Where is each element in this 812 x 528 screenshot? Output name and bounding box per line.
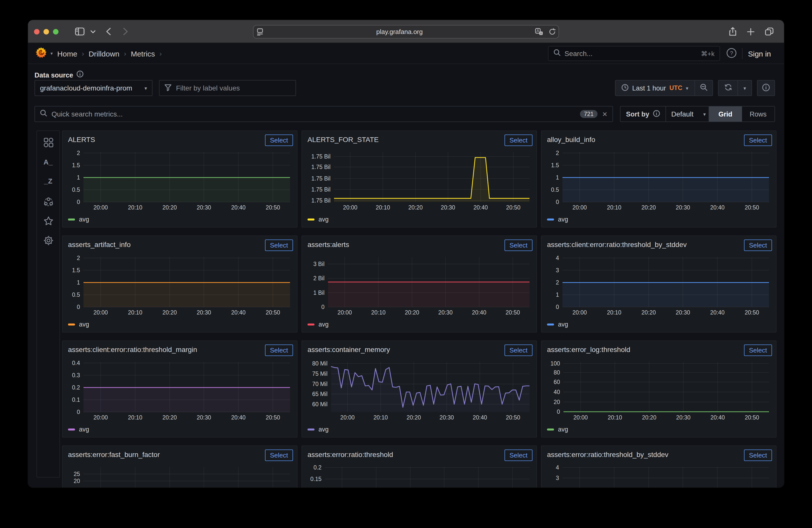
legend-swatch bbox=[307, 323, 315, 325]
refresh-button[interactable] bbox=[718, 80, 738, 96]
svg-text:20:10: 20:10 bbox=[371, 309, 386, 316]
metric-panel: asserts:error:ratio:threshold_by_stddev … bbox=[541, 445, 777, 487]
chart-legend[interactable]: avg bbox=[68, 216, 89, 223]
refresh-interval-button[interactable]: ▾ bbox=[738, 80, 752, 96]
metric-chart[interactable]: 20:0020:1020:2020:3020:4020:501008060402… bbox=[546, 359, 773, 421]
metric-chart[interactable]: 20:0020:1020:2020:3020:4020:500.20.15 bbox=[306, 464, 534, 487]
label-filter-field[interactable] bbox=[159, 80, 296, 96]
org-chevron-icon[interactable]: ▾ bbox=[50, 51, 53, 56]
reader-mode-icon[interactable] bbox=[253, 28, 266, 35]
chart-legend[interactable]: avg bbox=[307, 426, 329, 433]
breadcrumb-home[interactable]: Home bbox=[57, 49, 77, 58]
address-bar[interactable]: play.grafana.org Ax bbox=[253, 25, 559, 39]
metric-chart[interactable]: 20:0020:1020:2020:3020:4020:5043 bbox=[546, 464, 773, 487]
sort-az-icon[interactable]: A_ bbox=[37, 158, 59, 166]
metric-chart[interactable]: 20:0020:1020:2020:3020:4020:5080 Mil75 M… bbox=[306, 359, 534, 421]
select-button[interactable]: Select bbox=[505, 239, 533, 251]
share-icon[interactable] bbox=[726, 26, 739, 37]
quick-search-box[interactable]: 721 ✕ bbox=[34, 106, 613, 122]
sidebar-chevron-icon[interactable] bbox=[87, 26, 99, 37]
quick-search-input[interactable] bbox=[52, 110, 576, 118]
metric-chart[interactable]: 20:0020:1020:2020:3020:4020:5043210 bbox=[546, 254, 773, 316]
legend-swatch bbox=[547, 219, 554, 220]
chart-legend[interactable]: avg bbox=[68, 426, 89, 433]
svg-text:20:50: 20:50 bbox=[266, 309, 280, 316]
svg-text:1: 1 bbox=[556, 174, 559, 181]
info-icon bbox=[762, 83, 770, 93]
svg-text:20:40: 20:40 bbox=[710, 414, 725, 421]
zoom-out-button[interactable] bbox=[695, 80, 713, 96]
sort-za-icon[interactable]: _Z bbox=[37, 177, 59, 185]
metric-chart[interactable]: 20:0020:1020:2020:3020:4020:502520 bbox=[67, 464, 294, 487]
select-button[interactable]: Select bbox=[744, 239, 772, 251]
select-button[interactable]: Select bbox=[505, 450, 533, 461]
sidebar-toggle-icon[interactable] bbox=[73, 26, 86, 37]
panel-title: asserts:error:ratio:threshold_by_stddev bbox=[547, 451, 668, 458]
new-tab-icon[interactable] bbox=[744, 26, 756, 37]
clock-icon bbox=[622, 84, 629, 92]
metric-chart[interactable]: 20:0020:1020:2020:3020:4020:5021.510.50 bbox=[67, 254, 294, 316]
select-button[interactable]: Select bbox=[505, 344, 533, 356]
zoom-button[interactable] bbox=[53, 29, 58, 34]
select-button[interactable]: Select bbox=[744, 450, 772, 461]
select-button[interactable]: Select bbox=[265, 239, 293, 251]
toolbar-divider bbox=[85, 27, 85, 36]
label-filter-input[interactable] bbox=[176, 84, 290, 92]
cluster-icon[interactable] bbox=[37, 196, 59, 206]
translate-icon[interactable]: Ax bbox=[533, 28, 546, 35]
gear-icon[interactable] bbox=[37, 235, 59, 246]
star-icon[interactable] bbox=[37, 216, 59, 226]
chart-legend[interactable]: avg bbox=[547, 321, 568, 328]
close-button[interactable] bbox=[34, 29, 40, 34]
back-button[interactable] bbox=[102, 26, 115, 37]
svg-text:60: 60 bbox=[553, 379, 560, 385]
info-icon[interactable] bbox=[653, 110, 660, 118]
metric-chart[interactable]: 20:0020:1020:2020:3020:4020:5021.510.50 bbox=[67, 149, 294, 211]
data-source-select[interactable]: grafanacloud-demoinfra-prom ▾ bbox=[34, 80, 153, 96]
select-button[interactable]: Select bbox=[744, 344, 772, 356]
global-search-input[interactable] bbox=[565, 49, 697, 58]
panel-title: asserts:error:ratio:threshold bbox=[307, 451, 393, 458]
legend-swatch bbox=[68, 428, 75, 430]
breadcrumb-drilldown[interactable]: Drilldown bbox=[88, 49, 119, 58]
svg-text:0.5: 0.5 bbox=[72, 292, 80, 298]
chart-legend[interactable]: avg bbox=[68, 321, 89, 328]
forward-button[interactable] bbox=[119, 26, 131, 37]
panel-info-button[interactable] bbox=[757, 80, 775, 96]
legend-label: avg bbox=[79, 426, 89, 433]
chart-legend[interactable]: avg bbox=[307, 321, 329, 328]
chart-legend[interactable]: avg bbox=[547, 426, 568, 433]
zoom-out-icon bbox=[700, 84, 708, 92]
metric-chart[interactable]: 20:0020:1020:2020:3020:4020:500.40.30.20… bbox=[67, 359, 294, 421]
help-icon[interactable]: ? bbox=[726, 47, 737, 60]
breadcrumb-metrics[interactable]: Metrics bbox=[131, 49, 155, 58]
chart-legend[interactable]: avg bbox=[307, 216, 329, 223]
panel-title: asserts:container_memory bbox=[307, 346, 390, 353]
apps-grid-icon[interactable] bbox=[37, 137, 59, 147]
view-grid-button[interactable]: Grid bbox=[709, 106, 742, 121]
svg-text:20:40: 20:40 bbox=[473, 414, 487, 421]
global-search-box[interactable]: ⌘+k bbox=[548, 46, 720, 61]
legend-swatch bbox=[547, 323, 554, 325]
tab-overview-icon[interactable] bbox=[763, 26, 775, 37]
select-button[interactable]: Select bbox=[744, 134, 772, 146]
metric-chart[interactable]: 20:0020:1020:2020:3020:4020:501.75 Bil1.… bbox=[306, 149, 534, 211]
time-range-button[interactable]: Last 1 hour UTC ▾ bbox=[615, 80, 695, 96]
info-icon[interactable] bbox=[77, 71, 84, 79]
sign-in-button[interactable]: Sign in bbox=[748, 43, 771, 64]
select-button[interactable]: Select bbox=[265, 344, 293, 356]
view-rows-button[interactable]: Rows bbox=[742, 106, 774, 121]
sort-value-select[interactable]: Default ▾ bbox=[665, 106, 712, 122]
select-button[interactable]: Select bbox=[265, 134, 293, 146]
minimize-button[interactable] bbox=[44, 29, 49, 34]
clear-search-icon[interactable]: ✕ bbox=[602, 110, 608, 118]
metric-chart[interactable]: 20:0020:1020:2020:3020:4020:503 Bil2 Bil… bbox=[306, 254, 534, 316]
chart-legend[interactable]: avg bbox=[547, 216, 568, 223]
select-button[interactable]: Select bbox=[505, 134, 533, 146]
reload-icon[interactable] bbox=[546, 28, 559, 35]
legend-label: avg bbox=[558, 426, 568, 433]
grafana-logo-icon[interactable] bbox=[35, 46, 47, 60]
grafana-app: ▾ Home › Drilldown › Metrics › ⌘+k ? bbox=[28, 43, 784, 487]
metric-chart[interactable]: 20:0020:1020:2020:3020:4020:5021.510.50 bbox=[546, 149, 773, 211]
select-button[interactable]: Select bbox=[265, 450, 293, 461]
